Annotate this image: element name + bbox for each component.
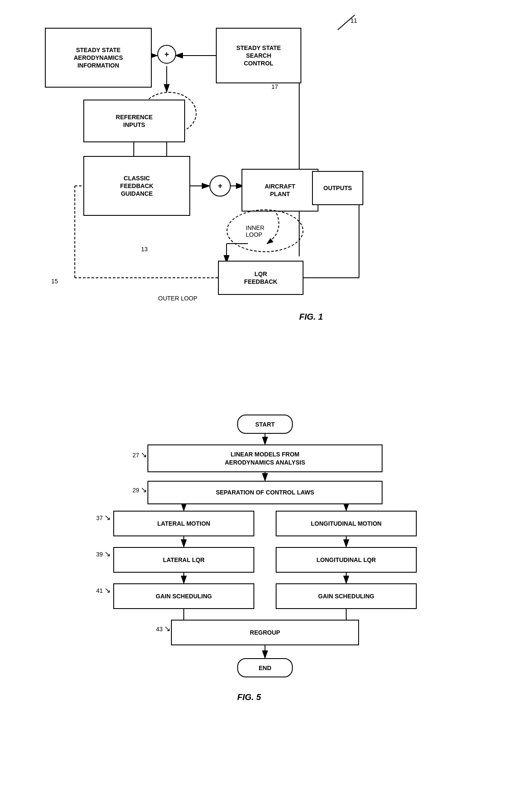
steady-state-aero-box: STEADY STATEAERODYNAMICSINFORMATION: [45, 28, 152, 88]
arrows-svg: [0, 0, 530, 812]
reference-inputs-box: REFERENCEINPUTS: [83, 100, 185, 142]
svg-line-36: [338, 15, 355, 30]
summing-junction-1: +: [157, 45, 176, 64]
outer-loop-label: OUTER LOOP: [158, 295, 197, 302]
lqr-feedback-box: LQRFEEDBACK: [218, 261, 303, 295]
classic-feedback-box: CLASSICFEEDBACKGUIDANCE: [83, 156, 190, 216]
start-node: START: [237, 415, 293, 434]
lateral-motion-box: LATERAL MOTION: [113, 511, 254, 536]
label-39: 39 ↘: [96, 549, 111, 559]
longitudinal-motion-box: LONGITUDINAL MOTION: [276, 511, 417, 536]
label11-arrow: [333, 13, 359, 34]
gain-scheduling-left-box: GAIN SCHEDULING: [113, 583, 254, 609]
label-15: 15: [51, 278, 58, 285]
longitudinal-lqr-box: LONGITUDINAL LQR: [276, 547, 417, 573]
label-13: 13: [141, 246, 148, 253]
outputs-box: OUTPUTS: [312, 171, 363, 205]
label-17: 17: [271, 83, 278, 90]
end-node: END: [237, 658, 293, 677]
label-41: 41 ↘: [96, 585, 111, 595]
fig5-label: FIG. 5: [237, 692, 261, 702]
label-43: 43 ↘: [156, 624, 171, 633]
gain-scheduling-right-box: GAIN SCHEDULING: [276, 583, 417, 609]
aircraft-plant-box: AIRCRAFTPLANT: [241, 169, 318, 212]
linear-models-box: LINEAR MODELS FROMAERODYNAMICS ANALYSIS: [147, 444, 383, 472]
lateral-lqr-box: LATERAL LQR: [113, 547, 254, 573]
regroup-box: REGROUP: [171, 620, 359, 645]
inner-loop-oval: [227, 209, 303, 252]
summing-junction-2: +: [209, 175, 231, 197]
label-27: 27 ↘: [132, 450, 147, 459]
separation-box: SEPARATION OF CONTROL LAWS: [147, 481, 383, 504]
fig1-label: FIG. 1: [299, 312, 323, 322]
diagram-container: 11 STEADY STATEAERODYNAMICSINFORMATION S…: [0, 0, 530, 812]
label-29: 29 ↘: [132, 485, 147, 494]
inner-loop-label: INNERLOOP: [246, 224, 265, 238]
label-37: 37 ↘: [96, 513, 111, 522]
steady-state-search-box: STEADY STATESEARCHCONTROL: [216, 28, 301, 83]
